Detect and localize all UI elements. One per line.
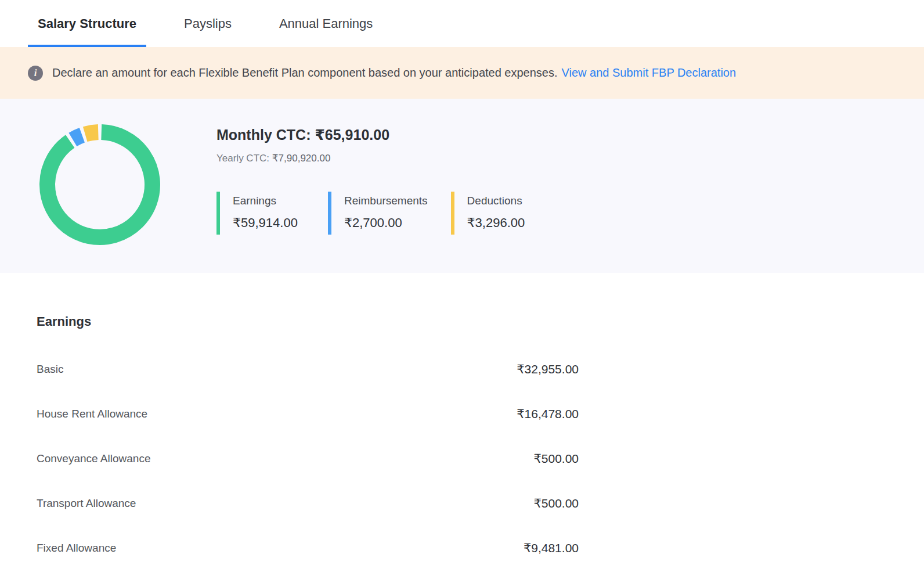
ctc-stats-row: Earnings ₹59,914.00 Reimbursements ₹2,70… [216, 192, 562, 235]
ctc-summary-panel: Monthly CTC: ₹65,910.00 Yearly CTC: ₹7,9… [0, 99, 924, 273]
yearly-ctc: Yearly CTC: ₹7,90,920.00 [216, 152, 562, 164]
stat-reimbursements-value: ₹2,700.00 [344, 215, 428, 231]
earnings-row-fixed: Fixed Allowance ₹9,481.00 [37, 541, 579, 555]
tab-bar: Salary Structure Payslips Annual Earning… [0, 0, 924, 47]
stat-reimbursements: Reimbursements ₹2,700.00 [328, 192, 428, 235]
ctc-summary-details: Monthly CTC: ₹65,910.00 Yearly CTC: ₹7,9… [216, 99, 562, 235]
tab-salary-structure[interactable]: Salary Structure [28, 0, 146, 47]
row-label: Conveyance Allowance [37, 452, 150, 465]
earnings-row-conveyance: Conveyance Allowance ₹500.00 [37, 452, 579, 466]
row-label: House Rent Allowance [37, 408, 147, 420]
ctc-donut-chart [38, 123, 161, 246]
tab-annual-earnings-label: Annual Earnings [279, 16, 373, 31]
donut-segment-reimbursements [73, 135, 82, 140]
row-label: Fixed Allowance [37, 542, 116, 555]
donut-svg [38, 123, 161, 246]
stat-deductions-value: ₹3,296.00 [467, 215, 539, 231]
monthly-ctc: Monthly CTC: ₹65,910.00 [216, 127, 562, 143]
tab-payslips[interactable]: Payslips [174, 0, 241, 47]
earnings-row-transport: Transport Allowance ₹500.00 [37, 496, 579, 510]
fbp-info-banner: i Declare an amount for each Flexible Be… [0, 47, 924, 99]
row-amount: ₹9,481.00 [524, 541, 579, 555]
donut-segment-deductions [85, 132, 99, 135]
earnings-row-basic: Basic ₹32,955.00 [37, 362, 579, 376]
earnings-rows: Basic ₹32,955.00 House Rent Allowance ₹1… [37, 362, 579, 555]
stat-earnings-value: ₹59,914.00 [233, 215, 305, 231]
row-label: Basic [37, 363, 63, 376]
row-amount: ₹500.00 [533, 452, 579, 466]
row-amount: ₹16,478.00 [517, 407, 579, 421]
monthly-ctc-label: Monthly CTC: [216, 127, 311, 143]
row-amount: ₹32,955.00 [517, 362, 579, 376]
row-amount: ₹500.00 [533, 496, 579, 510]
stat-deductions: Deductions ₹3,296.00 [451, 192, 539, 235]
yearly-ctc-value: ₹7,90,920.00 [272, 153, 331, 164]
stat-deductions-label: Deductions [467, 195, 539, 207]
monthly-ctc-value: ₹65,910.00 [315, 127, 389, 143]
earnings-row-hra: House Rent Allowance ₹16,478.00 [37, 407, 579, 421]
fbp-banner-text: Declare an amount for each Flexible Bene… [52, 66, 558, 80]
row-label: Transport Allowance [37, 497, 136, 510]
info-icon: i [28, 66, 43, 81]
tab-salary-structure-label: Salary Structure [38, 16, 136, 31]
fbp-declaration-link[interactable]: View and Submit FBP Declaration [562, 66, 737, 80]
stat-reimbursements-label: Reimbursements [344, 195, 428, 207]
yearly-ctc-label: Yearly CTC: [216, 153, 269, 164]
active-tab-underline [28, 45, 146, 47]
tab-payslips-label: Payslips [184, 16, 232, 31]
earnings-section: Earnings Basic ₹32,955.00 House Rent All… [0, 314, 924, 555]
donut-segment-earnings [48, 132, 153, 237]
stat-earnings: Earnings ₹59,914.00 [216, 192, 305, 235]
earnings-section-title: Earnings [37, 314, 924, 329]
stat-earnings-label: Earnings [233, 195, 305, 207]
tab-annual-earnings[interactable]: Annual Earnings [269, 0, 382, 47]
